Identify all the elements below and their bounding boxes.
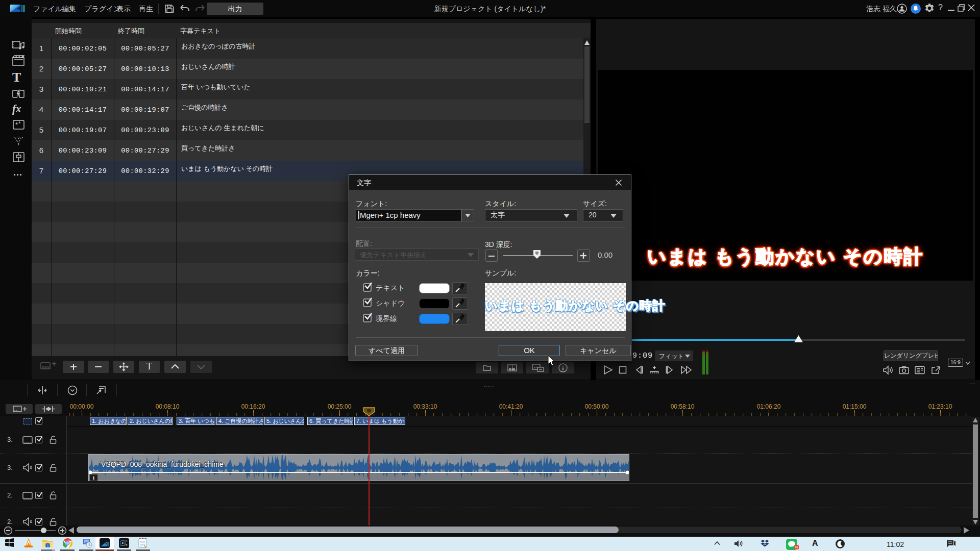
svg-text:*: * (18, 120, 21, 127)
svg-text:*: * (15, 121, 18, 129)
